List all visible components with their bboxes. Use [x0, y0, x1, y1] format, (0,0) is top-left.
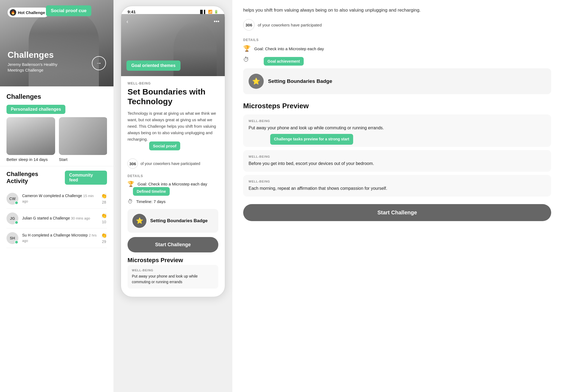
- right-badge-name: Setting Boundaries Badge: [268, 78, 332, 84]
- avatar-dot-1: [15, 221, 18, 224]
- right-microstep-text-1: Before you get into bed, escort your dev…: [249, 160, 546, 167]
- microstep-category-0: WELL-BEING: [132, 269, 214, 272]
- coworkers-count: 306: [128, 158, 138, 169]
- badge-name: Setting Boundaries Badge: [150, 218, 208, 224]
- card-img-bg-sleep: [6, 117, 55, 155]
- challenge-card-label-start: Start: [59, 157, 107, 162]
- left-panel: 🔥 Hot Challenge Social proof cue Challen…: [0, 0, 113, 392]
- detail-timeline-row: ⏱ Timeline: 7 days: [128, 198, 218, 205]
- status-time: 9:41: [128, 9, 136, 14]
- right-microstep-category-2: WELL-BEING: [249, 180, 546, 183]
- avatar-cw: CW: [6, 193, 18, 205]
- microsteps-preview-title: Microsteps Preview: [128, 257, 218, 264]
- avatar-jg: JG: [6, 212, 18, 224]
- challenge-card-label-sleep: Better sleep in 14 days: [6, 157, 55, 162]
- hero-subtitle: Jeremy Bailenson's Healthy Meetings Chal…: [8, 62, 62, 73]
- details-label: DETAILS: [128, 174, 218, 178]
- fire-icon: 🔥: [10, 9, 16, 16]
- wifi-icon: 📶: [208, 10, 212, 14]
- right-microstep-card-1: WELL-BEING Before you get into bed, esco…: [243, 150, 551, 172]
- phone-challenge-title: Set Boundaries with Technology: [128, 87, 218, 106]
- right-coworkers-text: of your coworkers have participated: [258, 23, 322, 27]
- right-trophy-icon: 🏆: [243, 45, 250, 52]
- details-section: DETAILS 🏆 Goal: Check into a Microstep e…: [128, 174, 218, 205]
- timeline-text: Timeline: 7 days: [136, 199, 166, 204]
- phone-category: WELL-BEING: [128, 82, 218, 85]
- right-panel: helps you shift from valuing always bein…: [232, 0, 562, 392]
- hero-text: Challenges Jeremy Bailenson's Healthy Me…: [8, 50, 62, 73]
- clap-icon-1: 👏: [101, 213, 107, 219]
- badge-icon: ⭐: [132, 214, 146, 228]
- phone-more-button[interactable]: •••: [214, 18, 219, 25]
- activity-header: Challenges Activity Community feed: [6, 171, 107, 185]
- hero-image: 🔥 Hot Challenge Social proof cue Challen…: [0, 0, 113, 86]
- hero-arrow-button[interactable]: →: [92, 56, 106, 70]
- challenge-cards: Better sleep in 14 days Start: [6, 117, 107, 162]
- personalized-challenges-badge: Personalized challenges: [6, 105, 65, 114]
- avatar-sh: SH: [6, 232, 18, 244]
- challenge-card-sleep[interactable]: Better sleep in 14 days: [6, 117, 55, 162]
- activity-text-2: Su H completed a Challenge Microstep 2 h…: [22, 233, 97, 243]
- microstep-text-0: Put away your phone and look up while co…: [132, 273, 214, 285]
- right-coworkers-row: 306 of your coworkers have participated: [243, 19, 551, 31]
- avatar-dot-2: [15, 240, 18, 244]
- challenge-tasks-badge: Challenge tasks preview for a strong sta…: [270, 134, 353, 145]
- phone-back-button[interactable]: ‹: [126, 18, 128, 25]
- clap-icon-2: 👏: [101, 232, 107, 238]
- right-microstep-text-2: Each morning, repeat an affirmation that…: [249, 185, 546, 192]
- right-detail-clock-row: ⏱ Goal achievement: [243, 55, 551, 64]
- right-microstep-text-0: Put away your phone and look up while co…: [249, 125, 546, 131]
- hero-title: Challenges: [8, 50, 62, 60]
- social-proof-badge: Social proof: [149, 141, 180, 150]
- status-icons: ▐▌▌ 📶 🔋: [199, 10, 218, 14]
- coworkers-text: of your coworkers have participated: [140, 161, 200, 166]
- right-description: helps you shift from valuing always bein…: [243, 6, 551, 14]
- goal-achievement-badge: Goal achievement: [264, 57, 304, 66]
- phone-content: WELL-BEING Set Boundaries with Technolog…: [121, 76, 225, 297]
- hot-challenge-badge: 🔥 Hot Challenge: [8, 8, 49, 17]
- right-goal-text: Goal: Check into a Microstep each day: [254, 46, 324, 51]
- phone-hero: ‹ ••• Goal oriented themes: [121, 14, 225, 76]
- phone-status-bar: 9:41 ▐▌▌ 📶 🔋: [121, 6, 225, 14]
- activity-item-2[interactable]: SH Su H completed a Challenge Microstep …: [6, 228, 107, 248]
- right-start-challenge-button[interactable]: Start Challenge: [243, 204, 551, 221]
- activity-section: Challenges Activity Community feed CW Ca…: [0, 166, 113, 252]
- clap-icon: 👏: [101, 193, 107, 199]
- activity-right-0: 👏 28: [101, 193, 107, 204]
- right-microstep-card-0: WELL-BEING Put away your phone and look …: [243, 114, 551, 147]
- clock-icon: ⏱: [128, 198, 133, 205]
- right-microstep-card-2: WELL-BEING Each morning, repeat an affir…: [243, 175, 551, 197]
- phone-description: Technology is great at giving us what we…: [128, 110, 218, 143]
- detail-goal-row: 🏆 Goal: Check into a Microstep each day: [128, 181, 218, 187]
- social-proof-cue-badge: Social proof cue: [46, 5, 91, 16]
- challenge-card-start[interactable]: Start: [59, 117, 107, 162]
- middle-panel: 9:41 ▐▌▌ 📶 🔋 ‹ ••• Goal oriented themes …: [113, 0, 232, 392]
- microstep-card-0: WELL-BEING Put away your phone and look …: [128, 265, 218, 289]
- coworkers-row: 306 of your coworkers have participated: [128, 158, 218, 169]
- avatar-dot: [15, 201, 18, 205]
- right-microsteps-title: Microsteps Preview: [243, 102, 551, 110]
- activity-item-1[interactable]: JG Julian G started a Challenge 30 mins …: [6, 209, 107, 228]
- activity-text-0: Cameron W completed a Challenge 15 min a…: [22, 193, 97, 204]
- badge-card: ⭐ Setting Boundaries Badge: [128, 209, 218, 233]
- right-detail-goal-row: 🏆 Goal: Check into a Microstep each day: [243, 45, 551, 52]
- start-challenge-button[interactable]: Start Challenge: [128, 237, 218, 252]
- challenges-section-title: Challenges: [6, 93, 107, 100]
- activity-right-1: 👏 10: [101, 213, 107, 224]
- phone-frame: 9:41 ▐▌▌ 📶 🔋 ‹ ••• Goal oriented themes …: [120, 5, 226, 298]
- right-microstep-category-1: WELL-BEING: [249, 155, 546, 158]
- activity-text-1: Julian G started a Challenge 30 mins ago: [22, 216, 97, 221]
- right-microstep-category-0: WELL-BEING: [249, 119, 546, 123]
- hero-person: [29, 11, 99, 86]
- challenge-card-img-sleep: [6, 117, 55, 155]
- signal-icon: ▐▌▌: [199, 10, 206, 14]
- right-details-label: DETAILS: [243, 38, 551, 42]
- community-feed-badge: Community feed: [65, 171, 107, 185]
- activity-title: Challenges Activity: [6, 171, 61, 185]
- battery-icon: 🔋: [214, 10, 218, 14]
- goal-text: Goal: Check into a Microstep each day: [138, 182, 207, 186]
- activity-item-0[interactable]: CW Cameron W completed a Challenge 15 mi…: [6, 189, 107, 209]
- activity-meta-1: 30 mins ago: [71, 216, 90, 220]
- right-clock-icon: ⏱: [243, 56, 249, 63]
- activity-right-2: 👏 29: [101, 232, 107, 244]
